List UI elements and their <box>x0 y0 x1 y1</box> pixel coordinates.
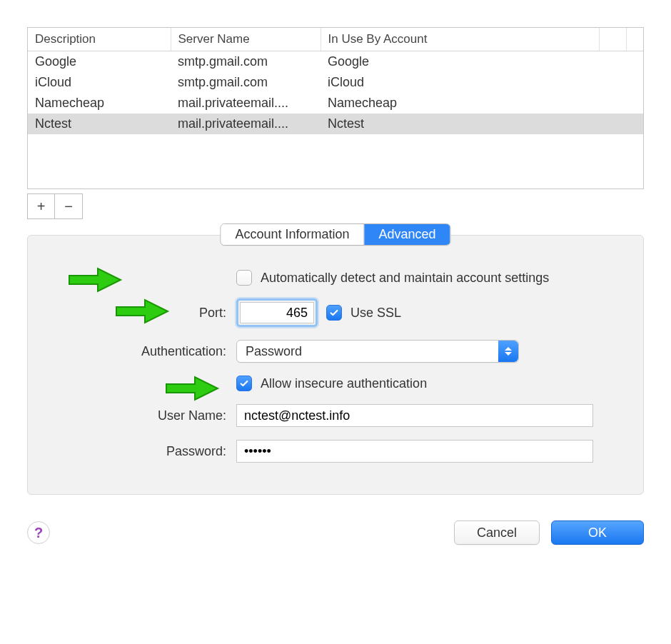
ok-button[interactable]: OK <box>551 520 644 545</box>
arrow-annotation-icon <box>66 266 123 294</box>
cell-account: iCloud <box>321 72 599 93</box>
cell-server: mail.privateemail.... <box>171 93 321 114</box>
port-label: Port: <box>71 306 236 321</box>
table-row[interactable]: Nctestmail.privateemail....Nctest <box>28 114 643 134</box>
use-ssl-checkbox[interactable] <box>326 305 342 321</box>
authentication-value: Password <box>246 344 302 359</box>
use-ssl-label: Use SSL <box>350 306 401 321</box>
chevron-updown-icon <box>498 341 518 362</box>
add-button[interactable]: + <box>28 194 55 218</box>
tab-account-information[interactable]: Account Information <box>221 224 364 245</box>
add-remove-group: + − <box>27 193 83 219</box>
cell-account: Nctest <box>321 114 599 134</box>
tab-advanced[interactable]: Advanced <box>365 224 450 245</box>
cell-account: Google <box>321 51 599 73</box>
col-spacer-1 <box>599 28 626 51</box>
cell-description: Nctest <box>28 114 171 134</box>
accounts-table-container: Description Server Name In Use By Accoun… <box>27 27 644 189</box>
allow-insecure-checkbox[interactable] <box>236 376 252 391</box>
allow-insecure-label: Allow insecure authentication <box>261 376 427 391</box>
cell-description: Google <box>28 51 171 73</box>
arrow-annotation-icon <box>163 374 221 403</box>
table-empty-area[interactable] <box>28 134 643 188</box>
table-row[interactable]: Namecheapmail.privateemail....Namecheap <box>28 93 643 114</box>
password-input[interactable] <box>236 440 593 463</box>
col-in-use-by[interactable]: In Use By Account <box>321 28 599 51</box>
col-server-name[interactable]: Server Name <box>171 28 321 51</box>
table-row[interactable]: iCloudsmtp.gmail.comiCloud <box>28 72 643 93</box>
auto-detect-checkbox[interactable] <box>236 270 252 286</box>
settings-panel: Account Information Advanced Automatical… <box>27 235 644 495</box>
help-button[interactable]: ? <box>27 521 50 544</box>
accounts-table[interactable]: Description Server Name In Use By Accoun… <box>28 28 643 134</box>
username-input[interactable] <box>236 404 593 427</box>
cell-server: smtp.gmail.com <box>171 72 321 93</box>
cancel-button[interactable]: Cancel <box>454 520 540 545</box>
cell-server: mail.privateemail.... <box>171 114 321 134</box>
authentication-select[interactable]: Password <box>236 340 519 363</box>
password-label: Password: <box>71 444 236 459</box>
cell-description: iCloud <box>28 72 171 93</box>
auto-detect-label: Automatically detect and maintain accoun… <box>261 271 549 286</box>
table-row[interactable]: Googlesmtp.gmail.comGoogle <box>28 51 643 73</box>
tabs: Account Information Advanced <box>220 223 450 246</box>
port-focus-ring <box>236 298 318 327</box>
cell-account: Namecheap <box>321 93 599 114</box>
username-label: User Name: <box>71 408 236 423</box>
port-input[interactable] <box>240 302 314 323</box>
cell-server: smtp.gmail.com <box>171 51 321 73</box>
remove-button[interactable]: − <box>55 194 82 218</box>
col-description[interactable]: Description <box>28 28 171 51</box>
authentication-label: Authentication: <box>71 344 236 359</box>
cell-description: Namecheap <box>28 93 171 114</box>
col-spacer-2 <box>626 28 643 51</box>
